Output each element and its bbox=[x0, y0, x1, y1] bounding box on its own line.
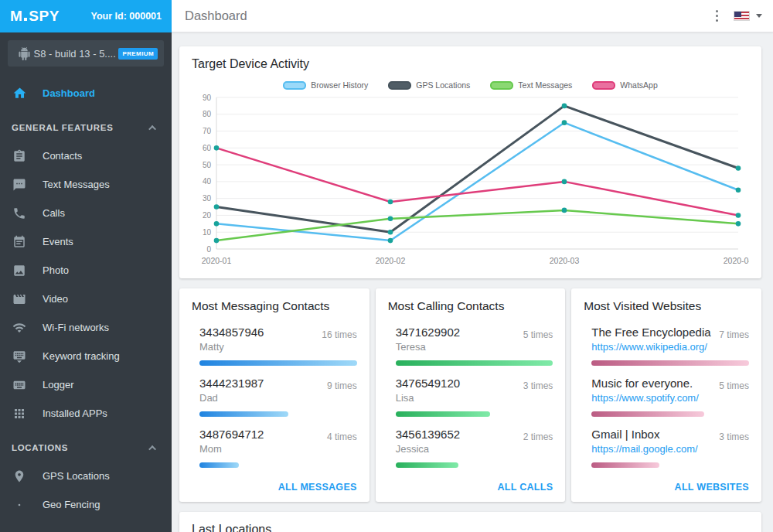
chevron-up-icon bbox=[148, 445, 156, 452]
clipboard-icon bbox=[12, 149, 26, 163]
sidebar-item-keyword-tracking[interactable]: Keyword tracking bbox=[0, 342, 172, 370]
website-row: Music for everyone. https://www.spotify.… bbox=[591, 377, 749, 417]
website-title: Music for everyone. bbox=[591, 377, 698, 390]
card-title: Most Messaging Contacts bbox=[192, 299, 357, 313]
device-selector[interactable]: S8 - build 13 - 5.... PREMIUM bbox=[8, 40, 164, 66]
chart-legend: Browser HistoryGPS LocationsText Message… bbox=[192, 80, 749, 90]
sidebar-item-wi-fi-networks[interactable]: Wi-Fi networks bbox=[0, 313, 172, 342]
contact-number: 3456139652 bbox=[396, 428, 460, 441]
kebab-menu-icon[interactable] bbox=[713, 8, 721, 25]
page-title: Dashboard bbox=[185, 9, 247, 23]
legend-item-text-messages[interactable]: Text Messages bbox=[490, 80, 572, 90]
sidebar-item-installed-apps[interactable]: Installed APPs bbox=[0, 399, 172, 428]
sidebar-item-text-messages[interactable]: Text Messages bbox=[0, 170, 172, 199]
usage-bar bbox=[591, 360, 749, 366]
sidebar-item-label: Contacts bbox=[43, 150, 82, 162]
svg-text:60: 60 bbox=[203, 144, 212, 152]
contact-name: Mom bbox=[199, 443, 264, 455]
sidebar-section-general-features[interactable]: GENERAL FEATURES bbox=[0, 107, 172, 142]
usage-bar bbox=[199, 411, 357, 417]
home-icon bbox=[12, 86, 27, 101]
sidebar-item-label: Events bbox=[43, 236, 73, 247]
link-all-calls[interactable]: ALL CALLS bbox=[497, 479, 553, 493]
sidebar-item-label: Wi-Fi networks bbox=[43, 322, 109, 333]
sidebar-item-dashboard[interactable]: Dashboard bbox=[0, 79, 172, 107]
sidebar-section-locations[interactable]: LOCATIONS bbox=[0, 428, 172, 462]
website-title: Gmail | Inbox bbox=[591, 428, 697, 441]
card-most-messaging-contacts: Most Messaging Contacts 3434857946 Matty… bbox=[179, 288, 369, 502]
svg-text:10: 10 bbox=[203, 228, 212, 237]
contact-number: 3487694712 bbox=[199, 428, 264, 441]
sidebar-item-photo[interactable]: Photo bbox=[0, 256, 172, 285]
legend-label: Text Messages bbox=[518, 80, 572, 90]
image-icon bbox=[12, 264, 27, 278]
home-icon bbox=[12, 86, 27, 101]
sidebar-item-label: GPS Locations bbox=[43, 470, 110, 482]
times-count: 9 times bbox=[327, 377, 357, 404]
sidebar-item-label: Text Messages bbox=[43, 179, 110, 190]
legend-swatch-icon bbox=[490, 81, 513, 90]
sidebar-item-calls[interactable]: Calls bbox=[0, 199, 172, 227]
usage-bar bbox=[199, 462, 357, 468]
contact-row: 3476549120 Lisa 3 times bbox=[396, 377, 553, 417]
usage-bar bbox=[591, 462, 749, 468]
contact-number: 3434857946 bbox=[199, 326, 264, 339]
legend-item-whatsapp[interactable]: WhatsApp bbox=[592, 80, 657, 90]
section-label: GENERAL FEATURES bbox=[12, 123, 114, 132]
contact-name: Matty bbox=[199, 341, 264, 353]
calendar-icon bbox=[12, 235, 27, 249]
svg-text:50: 50 bbox=[203, 161, 212, 169]
left-column: MSPY Your Id: 000001 S8 - build 13 - 5..… bbox=[0, 0, 172, 532]
legend-item-gps-locations[interactable]: GPS Locations bbox=[388, 80, 470, 90]
website-url[interactable]: https://mail.google.com/ bbox=[591, 443, 697, 455]
svg-text:70: 70 bbox=[203, 127, 212, 135]
sidebar-item-video[interactable]: Video bbox=[0, 285, 172, 313]
svg-text:30: 30 bbox=[203, 194, 212, 203]
phone-icon bbox=[12, 206, 27, 220]
wifi-icon bbox=[12, 321, 26, 335]
contact-name: Lisa bbox=[396, 392, 460, 404]
sidebar-item-events[interactable]: Events bbox=[0, 227, 172, 256]
right-column: Dashboard Target Device Activity Browser… bbox=[172, 0, 773, 532]
activity-chart: 01020304050607080902020-012020-022020-03… bbox=[192, 90, 749, 274]
website-url[interactable]: https://www.wikipedia.org/ bbox=[591, 341, 710, 353]
contact-row: 3434857946 Matty 16 times bbox=[199, 326, 357, 366]
sidebar-item-gps-locations[interactable]: GPS Locations bbox=[0, 462, 172, 490]
sidebar-item-logger[interactable]: Logger bbox=[0, 370, 172, 399]
legend-swatch-icon bbox=[283, 81, 306, 90]
main-content: Target Device Activity Browser HistoryGP… bbox=[172, 32, 773, 532]
contact-row: 3471629902 Teresa 5 times bbox=[396, 326, 553, 366]
sidebar-item-label: Installed APPs bbox=[43, 408, 107, 419]
times-count: 16 times bbox=[322, 326, 356, 353]
sidebar-item-contacts[interactable]: Contacts bbox=[0, 142, 172, 170]
times-count: 3 times bbox=[523, 377, 553, 404]
usage-bar bbox=[591, 411, 749, 417]
sidebar-nav: Dashboard GENERAL FEATURES Contacts Text… bbox=[0, 79, 172, 519]
times-count: 3 times bbox=[719, 428, 749, 455]
legend-item-browser-history[interactable]: Browser History bbox=[283, 80, 368, 90]
sidebar-item-label: Logger bbox=[43, 379, 73, 390]
svg-text:0: 0 bbox=[206, 245, 211, 254]
movie-icon bbox=[12, 292, 26, 306]
card-rows: 3434857946 Matty 16 times 3444231987 Dad… bbox=[192, 326, 357, 479]
language-selector[interactable] bbox=[734, 11, 762, 21]
sidebar-item-geo-fencing[interactable]: Geo Fencing bbox=[0, 490, 172, 519]
link-all-websites[interactable]: ALL WEBSITES bbox=[675, 479, 749, 493]
calendar-icon bbox=[12, 235, 26, 249]
contact-number: 3471629902 bbox=[396, 326, 460, 339]
usage-bar bbox=[396, 462, 553, 468]
brand-header: MSPY Your Id: 000001 bbox=[0, 0, 172, 32]
keyboard-icon bbox=[12, 378, 27, 392]
sidebar-item-label: Geo Fencing bbox=[43, 499, 100, 510]
chevron-up-icon bbox=[148, 124, 156, 132]
apps-icon bbox=[12, 407, 26, 421]
sidebar: S8 - build 13 - 5.... PREMIUM Dashboard … bbox=[0, 32, 172, 532]
section-label: LOCATIONS bbox=[12, 443, 68, 452]
website-url[interactable]: https://www.spotify.com/ bbox=[591, 392, 698, 404]
activity-card-title: Target Device Activity bbox=[192, 57, 749, 71]
keyboard-icon bbox=[12, 378, 26, 392]
link-all-messages[interactable]: ALL MESSAGES bbox=[278, 479, 357, 493]
stats-cards-row: Most Messaging Contacts 3434857946 Matty… bbox=[179, 288, 761, 502]
legend-label: Browser History bbox=[311, 80, 368, 90]
chevron-down-icon bbox=[756, 14, 762, 18]
